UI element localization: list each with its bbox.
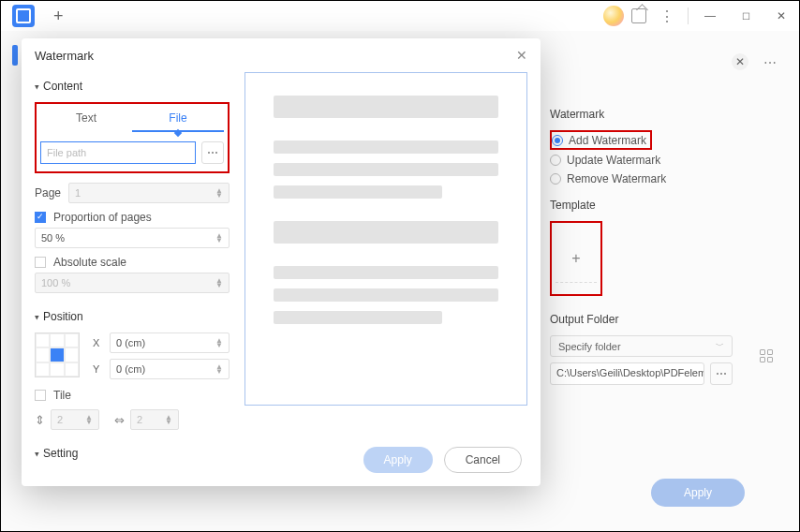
apply-button-main[interactable]: Apply bbox=[651, 479, 745, 507]
watermark-panel: Watermark Add Watermark Update Watermark… bbox=[550, 108, 733, 385]
section-content[interactable]: Content bbox=[35, 80, 230, 93]
add-watermark-option[interactable]: Add Watermark bbox=[552, 134, 646, 147]
close-window-button[interactable]: ✕ bbox=[767, 3, 795, 29]
content-tabs: Text File bbox=[40, 108, 224, 132]
maximize-button[interactable]: ☐ bbox=[732, 3, 760, 29]
open-external-icon[interactable] bbox=[631, 8, 646, 23]
preview-panel bbox=[244, 72, 527, 406]
absolute-checkbox[interactable] bbox=[35, 257, 46, 268]
proportion-label: Proportion of pages bbox=[53, 211, 152, 224]
add-template-button[interactable]: + bbox=[550, 221, 602, 296]
minimize-button[interactable]: — bbox=[696, 3, 724, 29]
panel-title: Watermark bbox=[550, 108, 733, 121]
tile-checkbox[interactable] bbox=[35, 390, 46, 401]
y-input[interactable]: 0 (cm)▲▼ bbox=[110, 359, 230, 379]
panel-more-icon[interactable]: ⋯ bbox=[763, 55, 777, 70]
tile-label: Tile bbox=[53, 389, 71, 402]
modal-title: Watermark bbox=[35, 49, 94, 63]
tab-file[interactable]: File bbox=[132, 108, 224, 132]
radio-empty-icon bbox=[550, 155, 561, 166]
preview-placeholder bbox=[274, 96, 498, 118]
absolute-input: 100 %▲▼ bbox=[35, 273, 230, 293]
x-input[interactable]: 0 (cm)▲▼ bbox=[110, 332, 230, 353]
browse-folder-button[interactable]: ⋯ bbox=[710, 362, 733, 385]
preview-placeholder bbox=[274, 266, 498, 279]
template-heading: Template bbox=[550, 199, 733, 212]
new-tab-button[interactable]: + bbox=[53, 7, 64, 26]
app-logo-icon bbox=[12, 5, 35, 27]
preview-placeholder bbox=[274, 288, 498, 302]
section-setting[interactable]: Setting bbox=[35, 447, 230, 460]
proportion-checkbox[interactable] bbox=[35, 212, 46, 223]
highlight-region: Text File File path ⋯ bbox=[35, 102, 230, 173]
plus-icon: + bbox=[571, 250, 580, 267]
modal-close-icon[interactable]: ✕ bbox=[516, 48, 527, 63]
apply-button[interactable]: Apply bbox=[363, 447, 433, 473]
preview-placeholder bbox=[274, 221, 498, 244]
output-folder-heading: Output Folder bbox=[550, 313, 733, 326]
radio-selected-icon bbox=[552, 135, 563, 146]
preview-placeholder bbox=[274, 140, 498, 154]
titlebar: + ⋮ — ☐ ✕ bbox=[1, 1, 799, 31]
output-path-field[interactable]: C:\Users\Geili\Desktop\PDFelement\W… bbox=[550, 362, 704, 385]
page-label: Page bbox=[35, 186, 61, 200]
absolute-label: Absolute scale bbox=[53, 256, 126, 269]
active-tab-indicator bbox=[12, 45, 18, 66]
page-input: 1▲▼ bbox=[68, 183, 230, 203]
file-browse-button[interactable]: ⋯ bbox=[201, 141, 224, 164]
preview-placeholder bbox=[274, 311, 442, 324]
preview-placeholder bbox=[274, 163, 498, 176]
horizontal-spacing-icon: ⇔ bbox=[114, 413, 125, 427]
specify-folder-dropdown[interactable]: Specify folder ﹀ bbox=[550, 335, 733, 357]
vertical-spacing-icon: ⇕ bbox=[35, 413, 45, 427]
more-menu-icon[interactable]: ⋮ bbox=[654, 7, 680, 25]
panel-close-icon[interactable]: ✕ bbox=[732, 53, 748, 70]
file-path-input[interactable]: File path bbox=[40, 141, 196, 164]
profile-icon[interactable] bbox=[603, 6, 624, 26]
tab-text[interactable]: Text bbox=[40, 108, 132, 132]
position-grid[interactable] bbox=[35, 332, 80, 377]
update-watermark-option[interactable]: Update Watermark bbox=[550, 154, 733, 167]
y-label: Y bbox=[93, 363, 104, 375]
remove-watermark-option[interactable]: Remove Watermark bbox=[550, 172, 733, 185]
tile-h-input: 2▲▼ bbox=[130, 409, 179, 430]
radio-empty-icon bbox=[550, 173, 561, 185]
section-position[interactable]: Position bbox=[35, 310, 230, 323]
proportion-input[interactable]: 50 %▲▼ bbox=[35, 228, 230, 248]
tile-v-input: 2▲▼ bbox=[51, 409, 99, 430]
watermark-modal: Watermark ✕ Content Text File File path … bbox=[22, 38, 541, 486]
chevron-down-icon: ﹀ bbox=[716, 340, 724, 352]
preview-placeholder bbox=[274, 185, 442, 199]
x-label: X bbox=[93, 337, 104, 348]
grid-view-icon[interactable] bbox=[760, 349, 773, 362]
cancel-button[interactable]: Cancel bbox=[444, 447, 522, 473]
